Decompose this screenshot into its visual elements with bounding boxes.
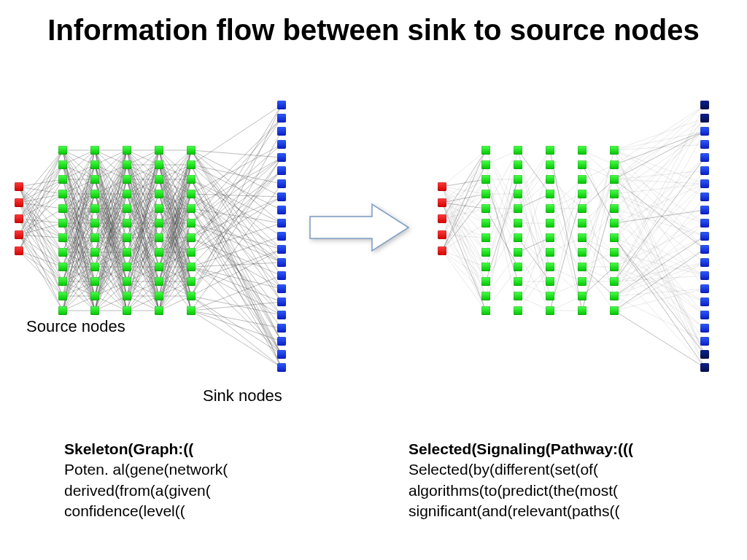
svg-line-775 (614, 289, 705, 296)
svg-line-538 (191, 118, 282, 252)
svg-line-187 (95, 194, 127, 281)
svg-line-543 (191, 171, 282, 267)
svg-line-414 (159, 194, 191, 281)
svg-line-462 (159, 267, 191, 311)
green-node (187, 146, 196, 155)
blue-node (700, 271, 709, 280)
svg-line-150 (63, 281, 95, 311)
svg-line-529 (191, 223, 282, 262)
svg-line-163 (95, 150, 127, 165)
svg-line-690 (582, 223, 614, 252)
green-node (90, 292, 99, 300)
svg-line-176 (95, 179, 127, 267)
svg-line-725 (614, 171, 705, 179)
svg-line-143 (63, 150, 95, 311)
svg-line-500 (191, 165, 282, 210)
svg-line-226 (95, 252, 127, 267)
blue-node (277, 153, 286, 162)
svg-line-472 (159, 150, 191, 296)
blue-node (277, 219, 286, 228)
svg-line-316 (127, 165, 159, 223)
green-node (610, 160, 619, 169)
svg-line-404 (159, 179, 191, 267)
svg-line-437 (159, 194, 191, 238)
svg-line-760 (614, 267, 705, 368)
svg-line-374 (127, 281, 159, 311)
green-node (610, 306, 619, 315)
svg-line-116 (63, 179, 95, 267)
svg-line-746 (614, 158, 705, 238)
svg-line-354 (127, 223, 159, 281)
svg-line-749 (614, 238, 705, 354)
svg-line-28 (19, 165, 63, 235)
green-node (187, 175, 196, 184)
green-node (123, 175, 131, 184)
svg-line-47 (63, 150, 95, 209)
svg-line-658 (518, 267, 550, 311)
svg-line-509 (191, 179, 282, 368)
svg-line-102 (63, 209, 95, 238)
svg-line-251 (95, 267, 127, 296)
svg-line-130 (63, 252, 95, 281)
svg-line-662 (550, 179, 582, 209)
green-node (58, 248, 67, 257)
svg-line-672 (550, 238, 582, 252)
green-node (481, 306, 490, 315)
svg-line-714 (614, 150, 705, 354)
svg-line-420 (159, 194, 191, 209)
green-node (578, 204, 587, 213)
svg-line-157 (95, 150, 127, 223)
green-node (155, 277, 163, 286)
svg-line-664 (550, 194, 582, 281)
svg-line-629 (486, 150, 518, 311)
svg-line-411 (159, 194, 191, 223)
green-node (578, 175, 587, 184)
svg-line-77 (63, 194, 95, 296)
svg-line-474 (159, 194, 191, 296)
svg-line-255 (95, 165, 127, 311)
svg-line-159 (95, 150, 127, 252)
green-node (514, 175, 522, 184)
svg-line-39 (19, 179, 63, 251)
svg-line-475 (159, 223, 191, 296)
svg-line-649 (518, 252, 550, 311)
svg-line-201 (95, 165, 127, 223)
svg-line-134 (63, 281, 95, 311)
svg-line-277 (127, 165, 159, 179)
svg-line-676 (550, 165, 582, 311)
svg-line-175 (95, 179, 127, 252)
svg-line-34 (19, 235, 63, 281)
svg-line-19 (19, 179, 63, 219)
svg-line-248 (95, 209, 127, 296)
red-node (15, 246, 23, 255)
svg-line-691 (582, 179, 614, 238)
svg-line-94 (63, 223, 95, 238)
green-node (481, 146, 490, 155)
svg-line-5 (19, 187, 63, 267)
svg-line-518 (191, 118, 282, 209)
svg-line-614 (486, 179, 518, 252)
svg-line-452 (159, 150, 191, 267)
svg-line-328 (127, 165, 159, 238)
svg-line-91 (63, 194, 95, 223)
svg-line-636 (518, 150, 550, 194)
svg-line-438 (159, 209, 191, 238)
svg-line-168 (95, 165, 127, 267)
transition-arrow-icon (306, 198, 416, 257)
svg-line-776 (614, 296, 705, 341)
svg-line-145 (63, 194, 95, 311)
svg-line-517 (191, 194, 282, 354)
svg-line-11 (19, 194, 63, 203)
green-node (187, 292, 196, 300)
green-node (123, 146, 131, 155)
svg-line-3 (19, 187, 63, 238)
green-node (155, 175, 163, 184)
svg-line-97 (63, 223, 95, 296)
blue-node (277, 363, 286, 372)
svg-line-54 (63, 165, 95, 179)
svg-line-62 (63, 165, 95, 179)
svg-line-52 (63, 150, 95, 311)
svg-line-65 (63, 179, 95, 238)
svg-line-321 (127, 223, 159, 238)
svg-line-444 (159, 179, 191, 252)
